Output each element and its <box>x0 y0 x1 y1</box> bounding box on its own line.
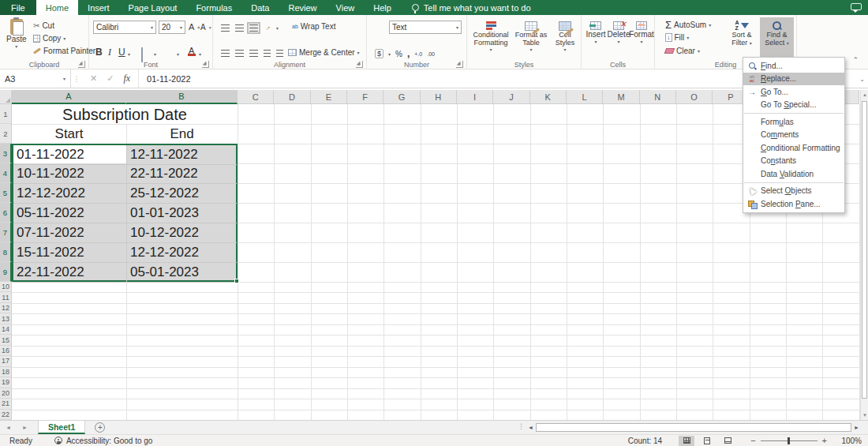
row-header-6[interactable]: 6 <box>0 203 12 223</box>
sheet-tab-sheet1[interactable]: Sheet1 <box>38 421 85 434</box>
tab-data[interactable]: Data <box>241 0 279 15</box>
menu-item-comments[interactable]: Comments <box>743 129 844 142</box>
accounting-format-icon[interactable]: $ <box>375 49 383 58</box>
enter-button[interactable]: ✓ <box>107 73 114 84</box>
insert-function-button[interactable]: fx <box>123 73 130 84</box>
increase-indent-icon[interactable] <box>276 50 283 57</box>
paste-button[interactable]: Paste ▾ <box>6 19 27 49</box>
menu-item-select-objects[interactable]: Select Objects <box>743 185 844 198</box>
menu-item-go-to-special[interactable]: Go To Special... <box>743 99 844 112</box>
cell-B6[interactable]: 01-01-2023 <box>126 204 237 223</box>
name-box-dropdown-icon[interactable]: ▾ <box>63 76 65 81</box>
align-bottom-icon[interactable] <box>249 24 258 32</box>
font-dialog-launcher[interactable] <box>202 61 209 68</box>
row-header-14[interactable]: 14 <box>0 324 12 335</box>
conditional-formatting-dropdown-icon[interactable]: ▾ <box>489 47 492 52</box>
row-header-8[interactable]: 8 <box>0 242 12 262</box>
menu-item-go-to[interactable]: →Go To... <box>743 85 844 99</box>
column-header-H[interactable]: H <box>421 90 457 104</box>
accessibility-status[interactable]: Accessibility: Good to go <box>54 437 153 445</box>
row-header-7[interactable]: 7 <box>0 223 12 242</box>
cell-A1-merged-title[interactable]: Subscription Date <box>13 105 237 124</box>
cell-B9[interactable]: 05-01-2023 <box>126 263 237 283</box>
next-sheet-icon[interactable]: ► <box>17 421 33 434</box>
autosum-dropdown-icon[interactable]: ▾ <box>709 22 711 28</box>
percent-style-icon[interactable]: % <box>395 50 402 58</box>
cell-A3[interactable]: 01-11-2022 <box>13 145 126 165</box>
find-select-dropdown-icon[interactable]: ▾ <box>787 41 789 46</box>
cell-B7[interactable]: 10-12-2022 <box>126 223 237 243</box>
align-top-icon[interactable] <box>221 24 230 32</box>
shrink-font-button[interactable]: A▼ <box>200 23 212 32</box>
align-left-icon[interactable] <box>221 50 230 57</box>
column-header-C[interactable]: C <box>238 90 274 104</box>
scroll-right-icon[interactable]: ► <box>851 425 862 430</box>
underline-dropdown-icon[interactable]: ▾ <box>128 51 130 57</box>
row-header-13[interactable]: 13 <box>0 313 12 324</box>
wrap-text-button[interactable]: ab Wrap Text <box>292 22 335 31</box>
menu-item-constants[interactable]: Constants <box>743 155 844 168</box>
delete-dropdown-icon[interactable]: ▾ <box>617 39 619 44</box>
font-name-dropdown-icon[interactable]: ▾ <box>151 24 153 30</box>
select-all-corner[interactable] <box>0 90 12 104</box>
underline-button[interactable]: U <box>118 47 125 58</box>
row-header-3[interactable]: 3 <box>0 144 12 163</box>
tab-home[interactable]: Home <box>36 0 78 15</box>
insert-dropdown-icon[interactable]: ▾ <box>594 39 597 44</box>
menu-item-formulas[interactable]: Formulas <box>743 115 844 129</box>
comma-style-icon[interactable]: , <box>407 48 410 59</box>
font-size-combo[interactable]: 20 ▾ <box>159 21 185 34</box>
sort-filter-dropdown-icon[interactable]: ▾ <box>750 41 752 46</box>
new-sheet-button[interactable]: + <box>95 422 105 433</box>
page-break-view-button[interactable] <box>720 436 735 446</box>
scroll-down-icon[interactable]: ▼ <box>862 413 867 418</box>
vertical-scrollbar[interactable]: ▲ ▼ <box>860 90 868 420</box>
format-as-table-button[interactable]: Format as Table ▾ <box>513 21 549 52</box>
tab-page-layout[interactable]: Page Layout <box>119 0 187 15</box>
count-indicator[interactable]: Count: 14 <box>628 437 662 445</box>
cell-A5[interactable]: 12-12-2022 <box>13 184 126 204</box>
zoom-slider[interactable] <box>761 440 817 441</box>
menu-item-replace[interactable]: abacReplace... <box>743 73 844 86</box>
bold-button[interactable]: B <box>95 47 103 58</box>
selection-range[interactable]: 01-11-202212-11-202210-11-202222-11-2022… <box>12 144 238 282</box>
conditional-formatting-button[interactable]: Conditional Formatting ▾ <box>471 21 511 52</box>
sheet-grid[interactable]: ABCDEFGHIJKLMNOP 12345678910111213141516… <box>0 90 860 420</box>
row-header-15[interactable]: 15 <box>0 335 12 345</box>
cell-styles-button[interactable]: Cell Styles ▾ <box>549 21 581 52</box>
increase-decimal-icon[interactable]: +.0 <box>414 51 422 57</box>
column-header-I[interactable]: I <box>457 90 493 104</box>
merge-center-button[interactable]: Merge & Center ▾ <box>288 48 360 57</box>
italic-button[interactable]: I <box>108 47 111 58</box>
fill-button[interactable]: ↓ Fill ▾ <box>665 33 689 42</box>
insert-cells-button[interactable]: Insert ▾ <box>585 21 607 44</box>
copy-button[interactable]: Copy ▾ <box>33 34 65 43</box>
column-header-L[interactable]: L <box>567 90 603 104</box>
chat-icon[interactable] <box>851 3 862 10</box>
column-header-D[interactable]: D <box>274 90 310 104</box>
number-format-dropdown-icon[interactable]: ▾ <box>456 24 458 30</box>
number-dialog-launcher[interactable] <box>456 61 463 68</box>
tab-help[interactable]: Help <box>364 0 401 15</box>
column-header-G[interactable]: G <box>383 90 420 104</box>
row-header-2[interactable]: 2 <box>0 124 12 144</box>
tab-insert[interactable]: Insert <box>78 0 119 15</box>
column-header-O[interactable]: O <box>676 90 713 104</box>
row-header-19[interactable]: 19 <box>0 377 12 388</box>
decrease-indent-icon[interactable] <box>264 50 271 57</box>
align-center-icon[interactable] <box>235 50 244 57</box>
normal-view-button[interactable] <box>679 436 694 446</box>
zoom-out-button[interactable]: − <box>746 436 760 445</box>
row-header-9[interactable]: 9 <box>0 262 12 282</box>
tab-scrollbar-divider[interactable]: ⋮ <box>518 422 525 430</box>
cell-B2[interactable]: End <box>126 124 238 144</box>
accounting-dropdown-icon[interactable]: ▾ <box>388 51 391 57</box>
clear-dropdown-icon[interactable]: ▾ <box>698 48 700 54</box>
tab-review[interactable]: Review <box>279 0 326 15</box>
row-header-10[interactable]: 10 <box>0 282 12 292</box>
delete-cells-button[interactable]: ✕ Delete ▾ <box>608 21 630 44</box>
column-header-B[interactable]: B <box>126 90 238 104</box>
zoom-level[interactable]: 100% <box>832 437 862 445</box>
fill-dropdown-icon[interactable]: ▾ <box>687 35 689 40</box>
zoom-slider-handle[interactable] <box>788 437 790 444</box>
